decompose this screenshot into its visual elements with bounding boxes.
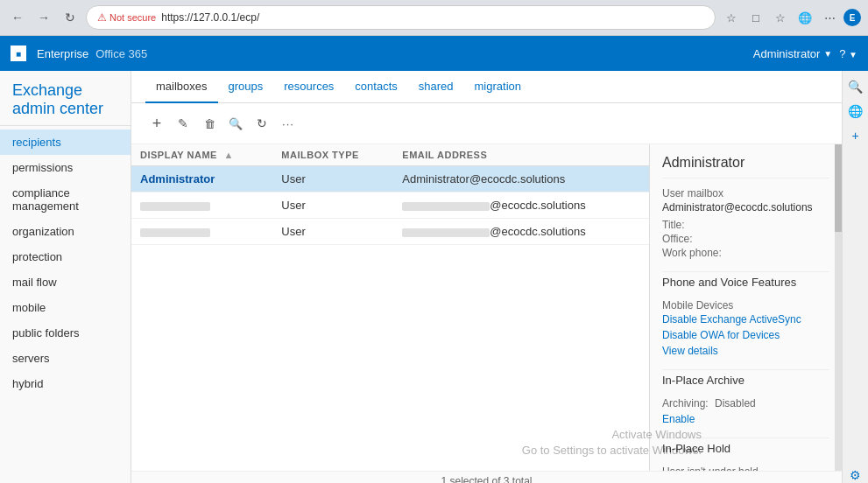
top-bar-right: Administrator ▼ ? ▼ [753,47,857,60]
browser-toolbar: ← → ↻ ⚠ Not secure https://127.0.0.1/ecp… [0,0,868,35]
phone-section-title: Phone and Voice Features [662,271,829,292]
enterprise-label: Enterprise [37,47,88,60]
sort-arrow-icon: ▲ [223,150,233,160]
globe-edge-icon[interactable]: 🌐 [847,102,864,120]
email-address-cell: @ecocdc.solutions [393,192,649,219]
add-button[interactable]: + [145,112,168,135]
search-edge-icon[interactable]: 🔍 [847,78,864,95]
display-name-cell: Administrator [131,166,272,192]
work-phone-label: Work phone: [662,247,829,259]
email-suffix: @ecocdc.solutions [490,225,585,238]
hold-section-title: In-Place Hold [662,438,829,458]
detail-scrollbar-thumb[interactable] [835,144,842,232]
sidebar-item-protection[interactable]: protection [0,244,131,270]
sidebar-item-compliance[interactable]: compliance management [0,180,131,219]
split-view-icon[interactable]: □ [745,7,766,28]
sidebar-item-recipients[interactable]: recipients [0,130,131,155]
refresh-button[interactable]: ↻ [251,112,273,135]
tab-resources[interactable]: resources [273,71,344,103]
bookmarks-icon[interactable]: ☆ [721,7,742,28]
admin-label[interactable]: Administrator ▼ [753,47,832,60]
hold-status: User isn't under hold [662,466,829,471]
detail-hold-section: In-Place Hold User isn't under hold [662,438,829,471]
more-icon[interactable]: ⋯ [819,7,840,28]
sidebar-item-permissions[interactable]: permissions [0,155,131,180]
tab-shared[interactable]: shared [408,71,464,103]
admin-name: Administrator [753,47,821,60]
blurred-name [140,202,210,211]
top-bar: ■ Enterprise Office 365 Administrator ▼ … [0,36,868,71]
office365-label: Office 365 [95,47,147,60]
col-display-name[interactable]: DISPLAY NAME ▲ [131,144,272,166]
detail-phone-section: Phone and Voice Features Mobile Devices … [662,271,829,357]
view-details-link[interactable]: View details [662,345,829,357]
mobile-devices-label: Mobile Devices [662,299,829,312]
refresh-button[interactable]: ↻ [60,7,81,28]
content-area: mailboxes groups resources contacts shar… [131,71,842,483]
more-button[interactable]: ··· [277,112,300,135]
blurred-email [402,202,490,211]
detail-user-name: Administrator [662,155,829,178]
sidebar: Exchange admin center recipients permiss… [0,71,131,483]
user-mailbox-label: User mailbox [662,187,829,200]
detail-scrollbar[interactable] [835,144,842,471]
browser-icons: ☆ □ ☆ 🌐 ⋯ E [721,7,861,28]
tab-migration[interactable]: migration [464,71,532,103]
display-name-cell [131,219,272,245]
tab-groups[interactable]: groups [218,71,274,103]
forward-button[interactable]: → [33,7,54,28]
detail-panel: Administrator User mailbox Administrator… [649,144,842,471]
delete-button[interactable]: 🗑 [198,112,221,135]
favorites-icon[interactable]: ☆ [770,7,791,28]
help-dropdown-icon: ▼ [849,50,857,60]
tab-mailboxes[interactable]: mailboxes [145,71,218,103]
url-text: https://127.0.0.1/ecp/ [161,11,259,24]
sidebar-item-organization[interactable]: organization [0,219,131,244]
table-container: DISPLAY NAME ▲ MAILBOX TYPE EMAIL ADDRES… [131,144,842,471]
tabs-bar: mailboxes groups resources contacts shar… [131,71,842,103]
email-address-cell: Administrator@ecocdc.solutions [393,166,649,192]
admin-dropdown-icon[interactable]: ▼ [823,49,832,59]
sidebar-item-mobile[interactable]: mobile [0,295,131,320]
not-secure-label: Not secure [109,12,156,23]
detail-archive-section: In-Place Archive Archiving: Disabled Ena… [662,369,829,425]
detail-basic-info: User mailbox Administrator@ecocdc.soluti… [662,187,829,259]
help-label: ? [839,47,845,60]
email-address-cell: @ecocdc.solutions [393,219,649,245]
enable-archive-link[interactable]: Enable [662,413,829,425]
error-icon: ⚠ [97,11,107,24]
sidebar-item-public-folders[interactable]: public folders [0,320,131,346]
disable-activesync-link[interactable]: Disable Exchange ActiveSync [662,313,829,326]
col-email-address[interactable]: EMAIL ADDRESS [393,144,649,166]
app-container: ■ Enterprise Office 365 Administrator ▼ … [0,36,868,483]
title-label: Title: [662,219,829,231]
archiving-label: Archiving: [662,397,709,410]
sidebar-item-hybrid[interactable]: hybrid [0,371,131,396]
web-icon[interactable]: 🌐 [794,7,815,28]
browser-chrome: ← → ↻ ⚠ Not secure https://127.0.0.1/ecp… [0,0,868,36]
mailboxes-table: DISPLAY NAME ▲ MAILBOX TYPE EMAIL ADDRES… [131,144,649,245]
mailbox-type-cell: User [272,192,393,219]
col-mailbox-type[interactable]: MAILBOX TYPE [272,144,393,166]
table-row[interactable]: User @ecocdc.solutions [131,192,649,219]
right-edge: 🔍 🌐 + ⚙ [842,71,868,483]
email-suffix: @ecocdc.solutions [490,199,585,212]
status-bar: 1 selected of 3 total [131,471,842,483]
archive-section-title: In-Place Archive [662,369,829,390]
edit-button[interactable]: ✎ [172,112,194,135]
disable-owa-link[interactable]: Disable OWA for Devices [662,329,829,341]
security-indicator: ⚠ Not secure [97,11,156,24]
address-bar[interactable]: ⚠ Not secure https://127.0.0.1/ecp/ [86,5,716,30]
table-row[interactable]: User @ecocdc.solutions [131,219,649,245]
blurred-email [402,228,490,237]
sidebar-item-servers[interactable]: servers [0,346,131,371]
help-button[interactable]: ? ▼ [839,47,857,60]
settings-edge-icon[interactable]: ⚙ [847,466,864,483]
profile-icon[interactable]: E [843,9,861,26]
plus-edge-icon[interactable]: + [847,127,864,144]
table-row[interactable]: Administrator User Administrator@ecocdc.… [131,166,649,192]
sidebar-item-mail-flow[interactable]: mail flow [0,270,131,295]
back-button[interactable]: ← [7,7,28,28]
tab-contacts[interactable]: contacts [344,71,407,103]
search-button[interactable]: 🔍 [224,112,247,135]
